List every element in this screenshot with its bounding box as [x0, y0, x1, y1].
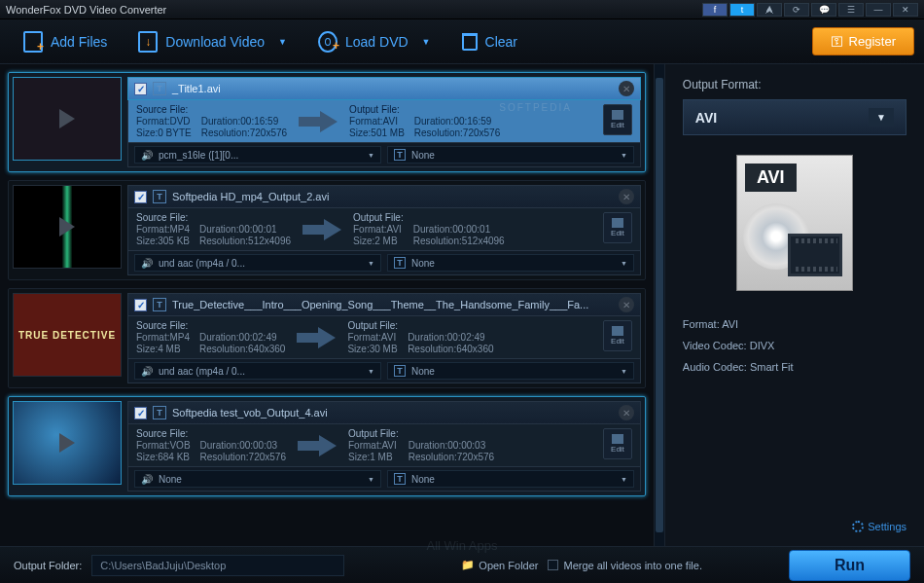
audio-track-select[interactable]: 🔊pcm_s16le ([1][0...▼ — [134, 146, 381, 164]
checkbox[interactable]: ✓ — [134, 83, 147, 95]
checkbox[interactable]: ✓ — [134, 407, 147, 419]
facebook-icon[interactable]: f — [702, 3, 728, 17]
dvd-icon — [318, 31, 338, 53]
thumbnail[interactable]: TRUE DETECTIVE — [13, 293, 122, 377]
merge-checkbox[interactable]: Merge all videos into one file. — [548, 560, 701, 571]
audio-track-select[interactable]: 🔊None▼ — [134, 470, 381, 488]
title-icon: T — [153, 190, 166, 203]
edit-icon — [612, 110, 623, 120]
format-preview-icon: AVI — [736, 155, 853, 291]
item-info: Source File:Format:DVDSize:0 BYTE Durati… — [127, 100, 641, 143]
settings-label: Settings — [868, 521, 906, 532]
output-format-value: AVI — [695, 110, 717, 126]
subtitle-select[interactable]: TNone▼ — [387, 470, 634, 488]
title-bar: WonderFox DVD Video Converter f t ⮝ ⟳ 💬 … — [0, 0, 924, 19]
system-buttons: f t ⮝ ⟳ 💬 ☰ — ✕ — [702, 3, 918, 17]
checkbox[interactable]: ✓ — [134, 191, 147, 203]
chevron-down-icon: ▼ — [621, 260, 627, 267]
add-files-button[interactable]: Add Files — [10, 25, 121, 58]
clear-button[interactable]: Clear — [448, 27, 531, 56]
arrow-icon — [297, 106, 339, 137]
open-folder-label: Open Folder — [479, 560, 538, 571]
arrow-icon — [295, 322, 338, 353]
open-folder-button[interactable]: 📁 Open Folder — [461, 559, 538, 571]
play-icon — [59, 433, 75, 453]
load-dvd-label: Load DVD — [345, 34, 409, 50]
chevron-down-icon: ▼ — [621, 152, 627, 159]
output-format-selector[interactable]: AVI ▼ — [683, 99, 906, 135]
file-item[interactable]: ✓T_Title1.avi✕Source File:Format:DVDSize… — [8, 72, 646, 172]
audio-track-select[interactable]: 🔊und aac (mp4a / 0...▼ — [134, 362, 381, 380]
clear-label: Clear — [485, 34, 517, 50]
folder-icon: 📁 — [461, 559, 475, 571]
thumbnail[interactable] — [13, 401, 122, 485]
options-icon[interactable]: ☰ — [838, 3, 864, 17]
register-label: Register — [849, 34, 896, 49]
merge-label: Merge all videos into one file. — [563, 560, 701, 571]
film-icon — [788, 234, 842, 276]
output-panel: Output Format: AVI ▼ AVI Format: AVI Vid… — [664, 64, 924, 546]
file-item[interactable]: ✓TSoftpedia HD_mp4_Output_2.avi✕Source F… — [8, 180, 646, 280]
checkbox-icon — [548, 560, 558, 570]
thumbnail[interactable] — [13, 77, 122, 161]
footer: Output Folder: C:\Users\BadJuju\Desktop … — [0, 546, 924, 583]
chevron-down-icon: ▼ — [621, 476, 627, 483]
subtitle-icon: T — [394, 149, 406, 161]
app-title: WonderFox DVD Video Converter — [6, 4, 702, 16]
update-icon[interactable]: ⟳ — [784, 3, 809, 17]
checkbox[interactable]: ✓ — [134, 299, 147, 311]
arrow-icon — [301, 214, 343, 245]
trash-icon — [462, 33, 478, 51]
close-button[interactable]: ✕ — [893, 3, 918, 17]
toolbar: Add Files Download Video ▼ Load DVD ▼ Cl… — [0, 19, 924, 64]
download-video-button[interactable]: Download Video ▼ — [124, 25, 301, 58]
edit-button[interactable]: Edit — [603, 104, 632, 135]
remove-icon[interactable]: ✕ — [619, 405, 634, 420]
file-item[interactable]: ✓TSoftpedia test_vob_Output_4.avi✕Source… — [8, 396, 646, 496]
filename: Softpedia test_vob_Output_4.avi — [172, 407, 328, 419]
remove-icon[interactable]: ✕ — [619, 81, 634, 96]
file-item[interactable]: TRUE DETECTIVE✓TTrue_Detective___Intro__… — [8, 288, 646, 388]
chevron-down-icon: ▼ — [422, 37, 431, 47]
output-folder-path[interactable]: C:\Users\BadJuju\Desktop — [91, 555, 344, 576]
item-info: Source File:Format:MP4Size:305 KB Durati… — [127, 208, 641, 251]
thumbnail[interactable] — [13, 185, 122, 269]
chevron-down-icon: ▼ — [278, 37, 287, 47]
scrollbar[interactable] — [654, 64, 664, 546]
download-video-label: Download Video — [165, 34, 265, 50]
twitter-icon[interactable]: t — [729, 3, 755, 17]
format-badge: AVI — [745, 164, 797, 192]
speaker-icon: 🔊 — [141, 366, 153, 377]
output-folder-label: Output Folder: — [14, 560, 82, 571]
subtitle-icon: T — [394, 473, 406, 485]
key-icon: ⚿ — [831, 34, 843, 49]
edit-button[interactable]: Edit — [603, 320, 632, 351]
track-row: 🔊und aac (mp4a / 0...▼TNone▼ — [127, 251, 641, 275]
remove-icon[interactable]: ✕ — [619, 297, 634, 312]
load-dvd-button[interactable]: Load DVD ▼ — [304, 25, 444, 58]
feedback-icon[interactable]: 💬 — [811, 3, 836, 17]
arrow-icon — [296, 430, 338, 461]
filename: _Title1.avi — [172, 83, 221, 94]
meta-format: Format: AVI — [683, 318, 906, 330]
edit-button[interactable]: Edit — [603, 428, 632, 459]
edit-icon — [612, 434, 623, 444]
edit-button[interactable]: Edit — [603, 212, 632, 243]
item-header: ✓TSoftpedia HD_mp4_Output_2.avi✕ — [127, 185, 641, 208]
item-info: Source File:Format:VOBSize:684 KB Durati… — [127, 424, 641, 467]
audio-track-select[interactable]: 🔊und aac (mp4a / 0...▼ — [134, 254, 381, 272]
register-button[interactable]: ⚿ Register — [812, 27, 914, 55]
subtitle-select[interactable]: TNone▼ — [387, 362, 634, 380]
home-icon[interactable]: ⮝ — [757, 3, 782, 17]
subtitle-select[interactable]: TNone▼ — [387, 254, 634, 272]
settings-link[interactable]: Settings — [683, 521, 906, 532]
subtitle-select[interactable]: TNone▼ — [387, 146, 634, 164]
chevron-down-icon: ▼ — [368, 476, 374, 483]
run-button[interactable]: Run — [789, 550, 910, 581]
item-header: ✓TTrue_Detective___Intro___Opening_Song_… — [127, 293, 641, 316]
chevron-down-icon: ▼ — [368, 260, 374, 267]
track-row: 🔊und aac (mp4a / 0...▼TNone▼ — [127, 359, 641, 383]
minimize-button[interactable]: — — [866, 3, 891, 17]
meta-audio-codec: Audio Codec: Smart Fit — [683, 361, 906, 373]
remove-icon[interactable]: ✕ — [619, 189, 634, 204]
